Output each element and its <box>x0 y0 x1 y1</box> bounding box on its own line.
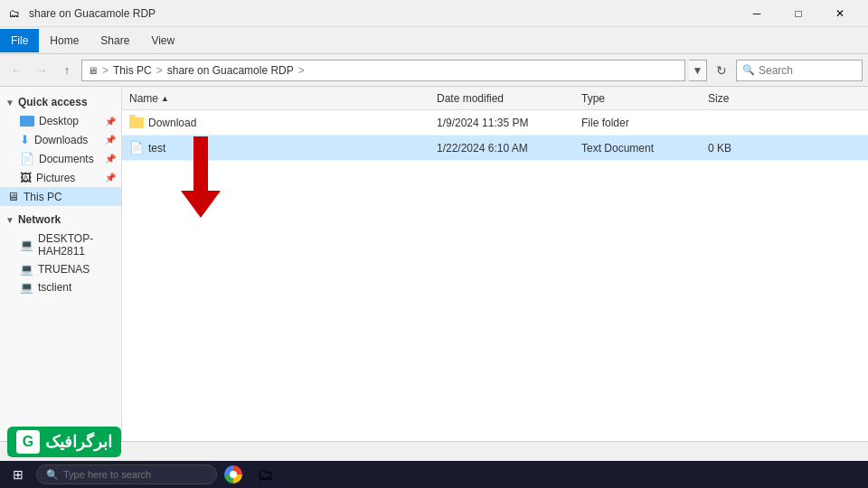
taskbar-search-box: 🔍 <box>36 465 217 484</box>
pin-icon: 📌 <box>105 154 116 164</box>
sidebar-item-desktop-hah[interactable]: 💻 DESKTOP-HAH2811 <box>0 230 121 260</box>
chrome-icon <box>224 465 242 483</box>
pin-icon: 📌 <box>105 117 116 127</box>
sidebar-item-downloads[interactable]: ⬇ Downloads 📌 <box>0 130 121 149</box>
forward-btn[interactable]: → <box>31 60 52 81</box>
desktop-hah-label: DESKTOP-HAH2811 <box>38 232 116 258</box>
tab-share[interactable]: Share <box>90 29 140 52</box>
documents-label: Documents <box>39 153 94 165</box>
network-label: Network <box>18 213 61 226</box>
quick-access-header[interactable]: ▼ Quick access <box>0 92 121 112</box>
red-arrow <box>181 136 221 218</box>
sidebar-item-pictures[interactable]: 🖼 Pictures 📌 <box>0 168 121 187</box>
path-share: share on Guacamole RDP <box>167 64 294 77</box>
drive-icon-truenas: 💻 <box>20 263 33 276</box>
back-btn[interactable]: ← <box>5 60 27 81</box>
truenas-label: TRUENAS <box>38 263 90 276</box>
pin-icon: 📌 <box>105 173 116 183</box>
col-header-type[interactable]: Type <box>574 92 701 105</box>
desktop-icon <box>20 116 34 127</box>
taskbar-explorer[interactable]: 🗂 <box>250 461 282 488</box>
pin-icon: 📌 <box>105 135 116 145</box>
title-bar-title: share on Guacamole RDP <box>29 7 156 20</box>
pictures-icon: 🖼 <box>20 171 32 184</box>
close-btn[interactable]: ✕ <box>819 0 861 27</box>
col-header-date[interactable]: Date modified <box>429 92 574 105</box>
file-size-test: 0 KB <box>701 142 773 155</box>
address-dropdown[interactable]: ▼ <box>689 60 707 81</box>
sidebar-item-truenas[interactable]: 💻 TRUENAS <box>0 260 121 278</box>
quick-access-label: Quick access <box>18 96 88 108</box>
explorer-icon: 🗂 <box>258 465 274 484</box>
search-icon: 🔍 <box>742 64 755 76</box>
arrow-body <box>193 136 208 191</box>
sidebar-item-thispc[interactable]: 🖥 This PC <box>0 187 121 206</box>
desktop-label: Desktop <box>39 115 79 127</box>
watermark-text: ابرگرافیک <box>45 432 112 452</box>
file-name-test: 📄 test <box>122 141 429 155</box>
arrow-head <box>181 191 221 218</box>
thispc-icon: 🖥 <box>7 190 19 203</box>
path-thispc: This PC <box>113 64 152 77</box>
refresh-btn[interactable]: ↻ <box>711 60 732 81</box>
folder-icon <box>129 117 144 128</box>
address-bar: ← → ↑ 🖥 > This PC > share on Guacamole R… <box>0 54 868 87</box>
title-bar-icons: 🗂 <box>7 6 22 21</box>
col-header-size[interactable]: Size <box>701 92 773 105</box>
pictures-label: Pictures <box>36 172 75 184</box>
file-type-download: File folder <box>574 117 701 129</box>
file-date-download: 1/9/2024 11:35 PM <box>429 117 574 129</box>
taskbar: ⊞ 🔍 🗂 <box>0 461 868 488</box>
file-type-test: Text Document <box>574 142 701 155</box>
watermark: G ابرگرافیک <box>7 427 121 457</box>
app-icon: 🗂 <box>7 6 22 21</box>
minimize-btn[interactable]: ─ <box>736 0 778 27</box>
thispc-label: This PC <box>24 191 62 203</box>
expand-arrow-network: ▼ <box>5 215 14 225</box>
sidebar-item-documents[interactable]: 📄 Documents 📌 <box>0 149 121 168</box>
start-button[interactable]: ⊞ <box>0 461 36 488</box>
title-bar: 🗂 share on Guacamole RDP ─ □ ✕ <box>0 0 868 27</box>
arrow-annotation <box>181 136 221 218</box>
taskbar-search-input[interactable] <box>63 469 207 480</box>
txt-file-icon: 📄 <box>129 141 144 155</box>
address-path[interactable]: 🖥 > This PC > share on Guacamole RDP > <box>81 60 685 81</box>
file-list: Name ▲ Date modified Type Size Download … <box>122 87 868 468</box>
file-list-header: Name ▲ Date modified Type Size <box>122 87 868 110</box>
table-row[interactable]: 📄 test 1/22/2024 6:10 AM Text Document 0… <box>122 136 868 161</box>
maximize-btn[interactable]: □ <box>778 0 819 27</box>
sidebar-item-tsclient[interactable]: 💻 tsclient <box>0 278 121 296</box>
taskbar-chrome[interactable] <box>217 461 250 488</box>
ribbon: File Home Share View <box>0 27 868 54</box>
downloads-icon: ⬇ <box>20 133 30 146</box>
tab-file[interactable]: File <box>0 29 39 52</box>
col-header-name[interactable]: Name ▲ <box>122 92 429 105</box>
search-input[interactable] <box>759 64 856 77</box>
taskbar-search-icon: 🔍 <box>46 469 59 481</box>
main-content: ▼ Quick access Desktop 📌 ⬇ Downloads 📌 📄… <box>0 87 868 468</box>
sidebar: ▼ Quick access Desktop 📌 ⬇ Downloads 📌 📄… <box>0 87 122 468</box>
tab-home[interactable]: Home <box>39 29 90 52</box>
table-row[interactable]: Download 1/9/2024 11:35 PM File folder <box>122 110 868 136</box>
downloads-label: Downloads <box>34 134 88 146</box>
file-date-test: 1/22/2024 6:10 AM <box>429 142 574 155</box>
sidebar-item-desktop[interactable]: Desktop 📌 <box>0 112 121 130</box>
drive-icon-tsclient: 💻 <box>20 281 33 294</box>
up-btn[interactable]: ↑ <box>56 60 78 81</box>
documents-icon: 📄 <box>20 152 34 165</box>
status-bar: 2 items <box>0 441 868 461</box>
watermark-logo: G <box>16 430 40 454</box>
drive-icon-hah: 💻 <box>20 239 33 251</box>
expand-arrow: ▼ <box>5 98 14 108</box>
network-header[interactable]: ▼ Network <box>0 210 121 230</box>
tab-view[interactable]: View <box>140 29 185 52</box>
search-box: 🔍 <box>736 60 863 81</box>
file-name-download: Download <box>122 117 429 129</box>
tsclient-label: tsclient <box>38 281 71 294</box>
